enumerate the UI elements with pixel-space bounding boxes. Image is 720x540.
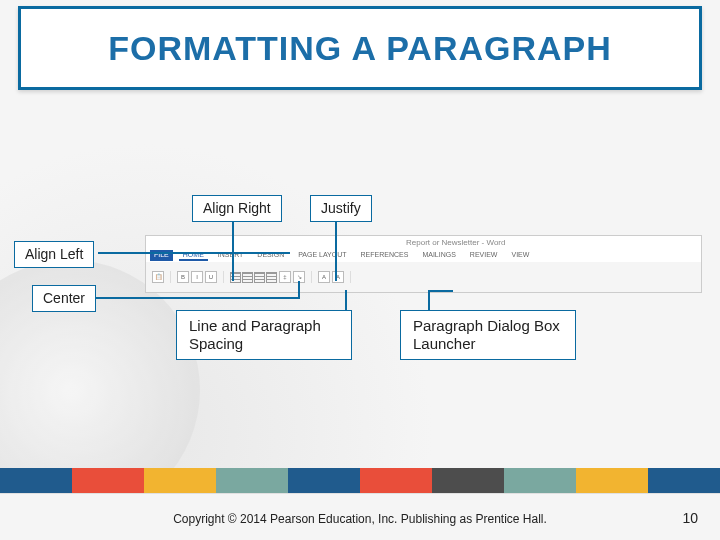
band-swatch [72,468,144,494]
leader-line [335,219,337,281]
word-ribbon-screenshot: Report or Newsletter - Word FILE HOME IN… [145,235,702,293]
tab-pagelayout[interactable]: PAGE LAYOUT [294,250,350,261]
window-title: Report or Newsletter - Word [406,238,505,247]
slide-title: FORMATTING A PARAGRAPH [108,29,612,68]
align-center-button[interactable] [242,272,253,283]
line-spacing-button[interactable]: ‡ [279,271,291,283]
tab-references[interactable]: REFERENCES [357,250,413,261]
align-right-button[interactable] [254,272,265,283]
style-normal[interactable]: A [318,271,330,283]
paste-button[interactable]: 📋 [152,271,164,283]
callout-line-spacing: Line and Paragraph Spacing [176,310,352,360]
footer: Copyright © 2014 Pearson Education, Inc.… [0,493,720,540]
italic-button[interactable]: I [191,271,203,283]
justify-button[interactable] [266,272,277,283]
leader-line [298,281,300,299]
tab-mailings[interactable]: MAILINGS [418,250,459,261]
page-number: 10 [682,510,698,526]
band-swatch [360,468,432,494]
band-swatch [432,468,504,494]
band-swatch [648,468,720,494]
color-band [0,468,720,494]
copyright-text: Copyright © 2014 Pearson Education, Inc.… [0,512,720,526]
leader-line [428,290,430,310]
callout-center: Center [32,285,96,312]
band-swatch [288,468,360,494]
leader-line [98,252,290,254]
callout-dialog-launcher: Paragraph Dialog Box Launcher [400,310,576,360]
leader-line [95,297,300,299]
band-swatch [216,468,288,494]
clipboard-group: 📋 [152,271,171,283]
tab-review[interactable]: REVIEW [466,250,502,261]
tab-view[interactable]: VIEW [507,250,533,261]
leader-line [232,219,234,281]
underline-button[interactable]: U [205,271,217,283]
bold-button[interactable]: B [177,271,189,283]
leader-line [345,290,347,310]
alignment-buttons [230,272,277,283]
style-heading[interactable]: A [332,271,344,283]
leader-line [428,290,453,292]
band-swatch [0,468,72,494]
band-swatch [576,468,648,494]
callout-justify: Justify [310,195,372,222]
font-group: B I U [177,271,224,283]
ribbon-body: 📋 B I U ‡ ↘ A A [146,262,701,292]
callout-align-right: Align Right [192,195,282,222]
band-swatch [144,468,216,494]
callout-align-left: Align Left [14,241,94,268]
title-container: FORMATTING A PARAGRAPH [18,6,702,90]
band-swatch [504,468,576,494]
